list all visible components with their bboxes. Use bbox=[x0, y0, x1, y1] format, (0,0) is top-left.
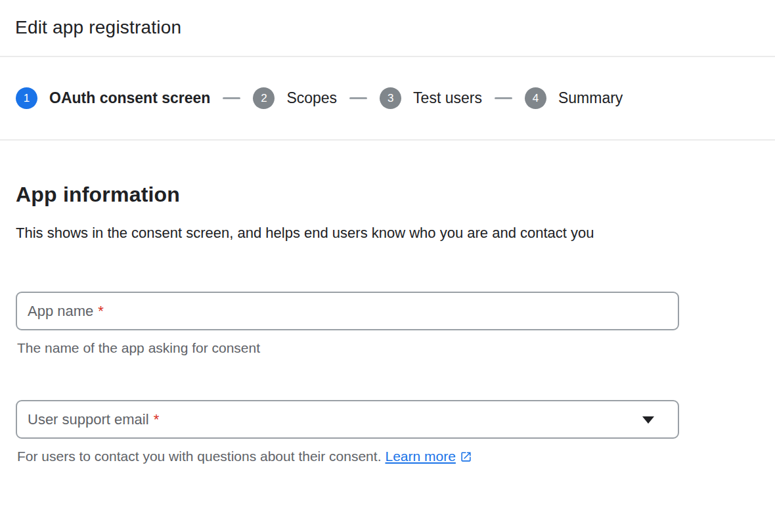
section-description: This shows in the consent screen, and he… bbox=[16, 218, 673, 248]
step-3-label: Test users bbox=[413, 89, 482, 107]
step-test-users[interactable]: 3 Test users bbox=[380, 87, 482, 109]
app-name-helper-text: The name of the app asking for consent bbox=[17, 340, 759, 357]
dropdown-arrow-icon[interactable] bbox=[642, 416, 654, 424]
step-separator bbox=[349, 97, 367, 99]
step-1-label: OAuth consent screen bbox=[49, 89, 210, 107]
edit-app-registration-page: Edit app registration 1 OAuth consent sc… bbox=[0, 0, 775, 532]
stepper: 1 OAuth consent screen 2 Scopes 3 Test u… bbox=[0, 57, 775, 141]
step-1-number-badge: 1 bbox=[16, 87, 37, 109]
step-oauth-consent-screen[interactable]: 1 OAuth consent screen bbox=[16, 87, 210, 109]
step-summary[interactable]: 4 Summary bbox=[525, 87, 623, 109]
page-title: Edit app registration bbox=[15, 17, 759, 38]
step-2-number-badge: 2 bbox=[253, 87, 275, 109]
user-support-email-field-group: User support email * For users to contac… bbox=[16, 400, 759, 465]
external-link-icon bbox=[460, 451, 472, 463]
step-4-label: Summary bbox=[558, 89, 623, 107]
user-support-email-label: User support email bbox=[28, 411, 149, 428]
learn-more-link[interactable]: Learn more bbox=[385, 449, 472, 464]
step-separator bbox=[495, 97, 512, 99]
app-name-input[interactable]: App name * bbox=[16, 292, 679, 330]
step-3-number-badge: 3 bbox=[380, 87, 401, 109]
step-4-number-badge: 4 bbox=[525, 87, 546, 109]
required-asterisk: * bbox=[154, 411, 160, 428]
section-heading: App information bbox=[16, 183, 759, 207]
step-2-label: Scopes bbox=[286, 89, 337, 107]
page-header: Edit app registration bbox=[0, 0, 775, 57]
user-support-email-select[interactable]: User support email * bbox=[16, 400, 679, 439]
app-name-field-group: App name * The name of the app asking fo… bbox=[16, 292, 759, 357]
app-name-label: App name bbox=[28, 303, 93, 320]
app-information-section: App information This shows in the consen… bbox=[0, 183, 775, 465]
helper-text: For users to contact you with questions … bbox=[17, 449, 381, 464]
step-scopes[interactable]: 2 Scopes bbox=[253, 87, 337, 109]
step-separator bbox=[223, 97, 240, 99]
user-support-email-helper-text: For users to contact you with questions … bbox=[17, 448, 759, 465]
required-asterisk: * bbox=[98, 303, 104, 320]
